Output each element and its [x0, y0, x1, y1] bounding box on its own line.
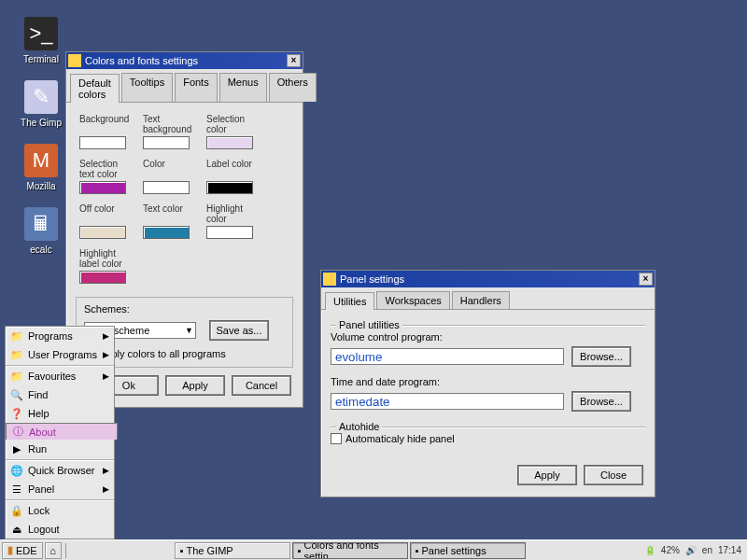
color-swatch[interactable] — [79, 226, 126, 239]
chevron-down-icon: ▼ — [185, 326, 193, 335]
desktop-icon-the-gimp[interactable]: ✎The Gimp — [13, 80, 69, 128]
task-button[interactable]: ▪The GIMP — [175, 542, 290, 559]
swatch-off-color: Off color — [79, 203, 135, 239]
menu-item-about[interactable]: ⓘAbout — [6, 423, 118, 440]
icon-label: Terminal — [13, 54, 69, 64]
swatch-background: Background — [79, 114, 135, 149]
close-icon[interactable]: × — [287, 54, 301, 67]
menu-label: Panel — [28, 483, 54, 495]
volume-program-label: Volume control program: — [331, 331, 645, 343]
apply-button[interactable]: Apply — [518, 466, 576, 484]
menu-label: User Programs — [28, 349, 97, 360]
colors-tabs: Default colorsTooltipsFontsMenusOthers — [66, 69, 303, 103]
menu-item-quick-browser[interactable]: 🌐Quick Browser▶ — [6, 461, 114, 480]
browse-button[interactable]: Browse... — [572, 392, 630, 411]
start-button[interactable]: ▮ EDE — [2, 542, 43, 559]
swatch-label: Label color — [206, 159, 262, 179]
menu-item-panel[interactable]: ☰Panel▶ — [6, 480, 114, 498]
time-program-input[interactable] — [331, 393, 564, 410]
color-swatch[interactable] — [206, 226, 253, 239]
task-button[interactable]: ▪Colors and fonts settin — [292, 542, 408, 559]
color-swatch[interactable] — [79, 136, 126, 149]
desktop-icon-mozilla[interactable]: MMozilla — [13, 144, 69, 191]
desktop-icon-terminal[interactable]: >_Terminal — [13, 17, 69, 64]
app-icon: ▪ — [416, 545, 419, 556]
menu-separator — [6, 459, 114, 460]
tab-fonts[interactable]: Fonts — [175, 73, 218, 102]
color-swatch[interactable] — [79, 271, 126, 284]
close-button[interactable]: Close — [585, 466, 642, 484]
menu-icon: ▶ — [10, 442, 23, 455]
browse-button[interactable]: Browse... — [572, 347, 630, 366]
menu-icon: 📁 — [10, 348, 23, 361]
language-indicator[interactable]: en — [702, 545, 712, 555]
start-label: EDE — [16, 545, 37, 556]
time-program-label: Time and date program: — [331, 376, 645, 387]
color-swatch[interactable] — [143, 226, 190, 239]
clock[interactable]: 17:14 — [718, 545, 741, 555]
swatch-text-background: Text background — [143, 114, 199, 149]
app-icon: >_ — [24, 17, 58, 50]
app-icon: 🖩 — [24, 207, 58, 241]
menu-icon: ⓘ — [11, 426, 24, 439]
task-label: Colors and fonts settin — [304, 542, 402, 559]
task-label: Panel settings — [422, 545, 486, 556]
cancel-button[interactable]: Cancel — [233, 376, 290, 395]
menu-separator — [6, 365, 114, 366]
menu-item-find[interactable]: 🔍Find — [6, 385, 114, 404]
color-swatch[interactable] — [79, 181, 126, 194]
tab-tooltips[interactable]: Tooltips — [121, 73, 173, 102]
swatch-selection-color: Selection color — [206, 114, 262, 149]
panel-window-titlebar[interactable]: Panel settings × — [321, 271, 655, 287]
window-title: Colors and fonts settings — [85, 55, 198, 66]
panel-settings-window: Panel settings × UtilitiesWorkspacesHand… — [320, 270, 655, 497]
swatch-label: Highlight color — [206, 203, 262, 224]
menu-icon: 📁 — [10, 329, 23, 343]
menu-icon: ⏏ — [10, 523, 23, 536]
color-swatch[interactable] — [206, 181, 253, 194]
autohide-checkbox[interactable]: Automaticaly hide panel — [331, 433, 645, 444]
tab-menus[interactable]: Menus — [219, 73, 267, 102]
menu-item-logout[interactable]: ⏏Logout — [6, 520, 114, 539]
colors-window-titlebar[interactable]: Colors and fonts settings × — [66, 52, 303, 69]
menu-item-run[interactable]: ▶Run — [6, 440, 114, 458]
tab-workspaces[interactable]: Workspaces — [376, 291, 449, 309]
tab-default-colors[interactable]: Default colors — [70, 74, 120, 103]
menu-label: Run — [28, 443, 47, 455]
start-menu: 📁Programs▶📁User Programs▶📁Favourites▶🔍Fi… — [5, 326, 115, 539]
menu-icon: 🔒 — [10, 504, 23, 517]
menu-item-user-programs[interactable]: 📁User Programs▶ — [6, 345, 114, 364]
swatch-label: Selection text color — [79, 159, 135, 179]
color-swatch[interactable] — [143, 181, 190, 194]
task-button[interactable]: ▪Panel settings — [410, 542, 526, 559]
menu-icon: 🌐 — [10, 464, 23, 477]
close-icon[interactable]: × — [639, 273, 653, 286]
volume-icon[interactable]: 🔊 — [685, 545, 697, 555]
color-swatch[interactable] — [143, 136, 190, 149]
autohide-label: Autohide — [336, 421, 382, 432]
app-icon: ▪ — [298, 545, 302, 556]
show-desktop-button[interactable]: ⌂ — [45, 542, 62, 559]
autohide-chk-label: Automaticaly hide panel — [345, 433, 455, 444]
color-swatch[interactable] — [206, 136, 253, 149]
menu-label: Programs — [28, 330, 73, 342]
icon-label: ecalc — [13, 245, 69, 255]
tab-others[interactable]: Others — [269, 73, 317, 102]
tab-handlers[interactable]: Handlers — [452, 291, 510, 309]
menu-item-lock[interactable]: 🔒Lock — [6, 501, 114, 520]
panel-tabs: UtilitiesWorkspacesHandlers — [321, 287, 655, 310]
swatch-text-color: Text color — [143, 203, 199, 239]
menu-item-favourites[interactable]: 📁Favourites▶ — [6, 367, 114, 385]
menu-item-help[interactable]: ❓Help — [6, 404, 114, 423]
desktop-icon-ecalc[interactable]: 🖩ecalc — [13, 207, 69, 255]
save-as-button[interactable]: Save as... — [210, 321, 268, 340]
swatch-label: Text color — [143, 203, 199, 224]
apply-button[interactable]: Apply — [166, 376, 224, 395]
menu-label: Quick Browser — [28, 465, 95, 476]
swatch-label: Selection color — [206, 114, 262, 134]
battery-icon[interactable]: 🔋 — [644, 545, 655, 555]
chevron-right-icon: ▶ — [103, 466, 109, 475]
menu-item-programs[interactable]: 📁Programs▶ — [6, 327, 114, 345]
tab-utilities[interactable]: Utilities — [325, 292, 374, 310]
volume-program-input[interactable] — [331, 348, 564, 365]
